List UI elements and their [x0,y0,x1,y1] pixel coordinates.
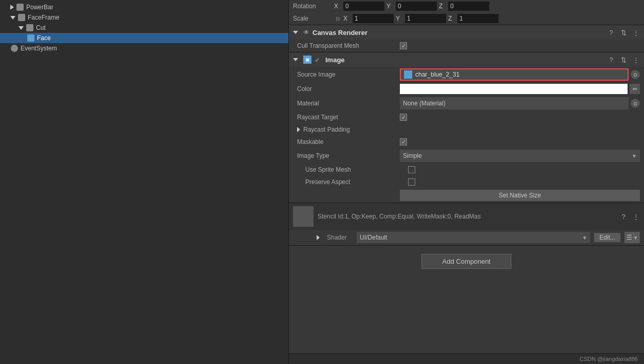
material-text: None (Material) [403,100,446,107]
cube-icon-cut [26,24,34,32]
expand-arrow-cut [19,26,24,30]
cube-icon-faceframe [17,13,26,22]
source-image-thumb [404,70,412,79]
raycast-target-checkbox[interactable] [400,114,407,121]
maskable-checkbox[interactable] [400,138,407,145]
tree-item-face[interactable]: Face [0,33,288,43]
raycast-target-label: Raycast Target [297,114,400,121]
preserve-aspect-checkbox[interactable] [408,178,415,186]
tree-item-eventsystem[interactable]: EventSystem [0,43,288,53]
list-lines-icon: ☰ [627,234,632,241]
use-sprite-mesh-checkbox[interactable] [408,166,415,173]
add-component-area: Add Component [289,246,644,353]
cull-transparent-checkbox[interactable] [400,42,407,49]
stencil-text: Stencil Id:1, Op:Keep, Comp:Equal, Write… [318,213,615,220]
source-image-row: Source Image char_blue_2_31 ⊙ [289,67,644,82]
shader-dropdown[interactable]: UI/Default ▼ [357,232,590,243]
scale-y-input[interactable] [405,14,446,23]
canvas-renderer-eye-icon[interactable]: 👁 [303,29,309,36]
canvas-renderer-section: 👁 Canvas Renderer ? ⇅ ⋮ Cull Transparent… [289,25,644,52]
canvas-renderer-settings-icon[interactable]: ⇅ [619,28,628,37]
material-row: Material None (Material) ⊙ [289,96,644,111]
image-collapse[interactable] [293,58,298,61]
shader-edit-button[interactable]: Edit... [594,233,620,242]
image-type-dropdown[interactable]: Simple ▼ [400,150,640,162]
rotation-y-label: Y [387,3,394,10]
cube-icon-powerbar [16,3,24,11]
footer-text: CSDN @jiangdaxia886 [580,356,638,362]
cube-icon-face [27,34,35,42]
rotation-fields: X Y Z [334,2,640,11]
scale-lock-icon: ⊟ [334,15,341,22]
raycast-target-value [400,114,640,121]
image-enabled-checkbox[interactable]: ✓ [315,56,320,64]
image-settings-icon[interactable]: ⇅ [619,56,628,64]
cull-transparent-row: Cull Transparent Mesh [289,40,644,52]
shader-list-icon[interactable]: ☰ ▼ [624,232,640,243]
stencil-thumb [293,206,314,227]
tree-item-powerbar[interactable]: PowerBar [0,2,288,12]
use-sprite-mesh-label: Use Sprite Mesh [305,166,408,173]
source-image-picker-btn[interactable]: ⊙ [631,70,640,79]
rotation-row: Rotation X Y Z [289,0,644,12]
image-help-icon[interactable]: ? [607,56,615,64]
shader-collapse[interactable] [317,235,320,240]
tree-item-faceframe[interactable]: FaceFrame [0,12,288,23]
scale-z-input[interactable] [457,14,499,23]
stencil-more-icon[interactable]: ⋮ [632,212,640,221]
tree-item-cut[interactable]: Cut [0,23,288,33]
shader-arrow: ▼ [582,235,587,241]
canvas-renderer-icons: ? ⇅ ⋮ [607,28,640,37]
canvas-renderer-more-icon[interactable]: ⋮ [632,28,640,37]
maskable-label: Maskable [297,138,400,145]
color-swatch[interactable] [400,84,628,94]
set-native-size-button[interactable]: Set Native Size [400,190,640,201]
native-size-value: Set Native Size [400,190,640,201]
scale-x-input[interactable] [353,14,394,23]
image-header: ▣ ✓ Image ? ⇅ ⋮ [289,52,644,67]
source-image-value: char_blue_2_31 ⊙ [400,68,640,81]
image-more-icon[interactable]: ⋮ [632,56,640,64]
event-icon-eventsystem [10,44,19,52]
raycast-padding-label: Raycast Padding [303,126,406,133]
maskable-value [400,138,640,145]
expand-arrow-powerbar [10,5,14,10]
rotation-label: Rotation [293,3,334,10]
rotation-x-input[interactable] [343,2,384,11]
expand-arrow-faceframe [10,16,15,20]
rotation-z-input[interactable] [448,2,489,11]
raycast-padding-collapse[interactable] [297,127,300,132]
tree-label-face: Face [37,34,51,42]
canvas-renderer-help-icon[interactable]: ? [607,28,615,37]
stencil-help-icon[interactable]: ? [619,212,628,221]
image-type-arrow: ▼ [632,153,637,159]
color-edit-icon[interactable]: ✏ [630,84,640,94]
source-image-field[interactable]: char_blue_2_31 [400,68,629,81]
hierarchy-panel: PowerBar FaceFrame Cut Face EventSystem [0,0,289,364]
canvas-renderer-collapse[interactable] [293,31,298,34]
image-title: Image [325,56,604,64]
add-component-button[interactable]: Add Component [421,254,512,269]
rotation-z-label: Z [439,3,446,10]
transform-section: Rotation X Y Z Scale ⊟ X Y Z [289,0,644,25]
cull-transparent-value [400,42,640,49]
preserve-aspect-value [408,178,640,186]
rotation-y-input[interactable] [396,2,437,11]
tree-label-cut: Cut [36,24,46,31]
color-value: ✏ [400,84,640,94]
tree-label-faceframe: FaceFrame [28,14,59,21]
source-image-label: Source Image [297,71,400,78]
tree-label-eventsystem: EventSystem [21,45,57,52]
material-field[interactable]: None (Material) [400,97,629,110]
raycast-target-row: Raycast Target [289,111,644,123]
list-arrow-icon: ▼ [633,235,638,241]
rotation-x-label: X [334,3,341,10]
preserve-aspect-row: Preserve Aspect [289,176,644,188]
color-row: Color ✏ [289,82,644,96]
material-picker-btn[interactable]: ⊙ [631,99,640,108]
image-section: ▣ ✓ Image ? ⇅ ⋮ Source Image char_blue_2… [289,52,644,203]
preserve-aspect-label: Preserve Aspect [305,178,408,186]
image-type-label: Image Type [297,152,400,159]
tree-label-powerbar: PowerBar [26,4,53,11]
image-type-row: Image Type Simple ▼ [289,148,644,163]
